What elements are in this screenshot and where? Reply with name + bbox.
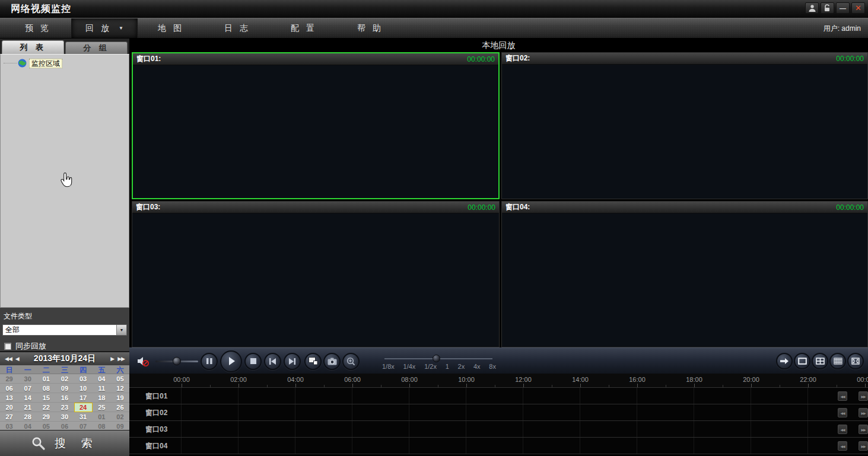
mute-button[interactable]: [137, 356, 151, 369]
video-window-4[interactable]: 窗口04:00:00:00: [501, 201, 868, 347]
clip-button[interactable]: [304, 353, 322, 370]
speed-label[interactable]: 1: [446, 363, 449, 370]
tree-item-monitor-area[interactable]: 监控区域: [4, 58, 62, 68]
step-forward-button[interactable]: [284, 353, 301, 370]
calendar-day[interactable]: 31: [74, 412, 93, 422]
calendar-day[interactable]: 29: [0, 374, 18, 384]
user-session-button[interactable]: [805, 2, 819, 14]
calendar-day[interactable]: 02: [55, 374, 74, 384]
digital-zoom-button[interactable]: [342, 353, 360, 370]
calendar-day[interactable]: 11: [93, 384, 111, 393]
multi-view-button[interactable]: [829, 353, 846, 369]
calendar-day[interactable]: 17: [74, 393, 93, 403]
calendar-day[interactable]: 21: [18, 403, 37, 412]
volume-slider-handle[interactable]: [173, 357, 181, 365]
calendar-day[interactable]: 07: [18, 384, 37, 393]
fullscreen-button[interactable]: [847, 353, 864, 369]
calendar-day[interactable]: 13: [0, 393, 18, 403]
sidebar-tab-group[interactable]: 分 组: [65, 42, 128, 54]
menu-item-playback[interactable]: 回 放▼: [71, 18, 138, 38]
arrow-right-icon: [780, 358, 789, 365]
sync-playback-option[interactable]: 同步回放: [2, 341, 127, 352]
speed-label[interactable]: 4x: [473, 363, 481, 370]
calendar-day[interactable]: 02: [111, 412, 129, 422]
single-view-button[interactable]: [794, 353, 810, 369]
calendar-day[interactable]: 29: [37, 412, 55, 422]
timeline-row-2[interactable]: 窗口02◀◀▶▶: [129, 404, 868, 421]
timeline-ruler[interactable]: 00:0002:0004:0006:0008:0010:0012:0014:00…: [129, 374, 868, 388]
menu-item-log[interactable]: 日 志: [204, 18, 271, 38]
forward-button[interactable]: ▶▶: [859, 391, 868, 401]
timeline-row-4[interactable]: 窗口04◀◀▶▶: [129, 438, 868, 454]
calendar-day[interactable]: 05: [111, 374, 129, 384]
lock-button[interactable]: [821, 2, 834, 14]
video-window-time: 00:00:00: [836, 203, 864, 212]
calendar-day[interactable]: 23: [55, 403, 74, 412]
speed-label[interactable]: 2x: [458, 363, 465, 370]
video-window-1[interactable]: 窗口01:00:00:00: [132, 52, 500, 199]
snapshot-button[interactable]: [323, 353, 341, 370]
calendar-day[interactable]: 28: [18, 412, 37, 422]
calendar-day[interactable]: 18: [93, 393, 111, 403]
speed-label[interactable]: 1/8x: [382, 363, 395, 370]
rewind-button[interactable]: ◀◀: [838, 441, 847, 451]
calendar-day[interactable]: 04: [93, 374, 111, 384]
video-window-3[interactable]: 窗口03:00:00:00: [132, 201, 500, 347]
calendar-day[interactable]: 30: [18, 374, 37, 384]
quad-view-button[interactable]: [812, 353, 828, 369]
stop-icon: [250, 358, 256, 364]
dropdown-arrow-button[interactable]: ▼: [116, 325, 126, 335]
calendar-prev-year-button[interactable]: ◀◀: [3, 356, 14, 362]
calendar-next-year-button[interactable]: ▶▶: [116, 356, 126, 362]
speed-label[interactable]: 1/4x: [403, 363, 416, 370]
calendar-day[interactable]: 26: [111, 403, 129, 412]
calendar-day[interactable]: 14: [18, 393, 37, 403]
calendar-day[interactable]: 15: [37, 393, 55, 403]
calendar-day[interactable]: 16: [55, 393, 74, 403]
speed-label[interactable]: 1/2x: [424, 363, 437, 370]
minimize-button[interactable]: —: [836, 2, 850, 14]
calendar-day[interactable]: 03: [74, 374, 93, 384]
search-button[interactable]: 搜 索: [0, 430, 129, 456]
rewind-button[interactable]: ◀◀: [838, 391, 847, 401]
calendar-day[interactable]: 01: [93, 412, 111, 422]
menu-item-preview[interactable]: 预 览: [5, 18, 71, 38]
calendar-day[interactable]: 10: [74, 384, 93, 393]
calendar-day[interactable]: 27: [0, 412, 18, 422]
forward-button[interactable]: ▶▶: [859, 408, 868, 417]
calendar-next-month-button[interactable]: ▶: [109, 356, 116, 362]
calendar-day[interactable]: 09: [55, 384, 74, 393]
menu-item-help[interactable]: 帮 助: [337, 18, 403, 38]
calendar-day[interactable]: 25: [93, 403, 111, 412]
skip-back-button[interactable]: [264, 353, 281, 370]
forward-button[interactable]: ▶▶: [859, 425, 868, 434]
calendar-day-selected[interactable]: 24: [74, 403, 93, 412]
file-type-dropdown[interactable]: 全部 ▼: [2, 324, 127, 336]
calendar-day[interactable]: 22: [37, 403, 55, 412]
speed-slider-handle[interactable]: [433, 355, 440, 362]
forward-button[interactable]: ▶▶: [859, 441, 868, 451]
calendar-day[interactable]: 12: [111, 384, 129, 393]
sidebar-tab-list[interactable]: 列 表: [2, 40, 64, 54]
timeline-row-1[interactable]: 窗口01◀◀▶▶: [129, 388, 868, 404]
calendar-day[interactable]: 20: [0, 403, 18, 412]
pause-button[interactable]: [201, 353, 218, 370]
next-window-button[interactable]: [776, 353, 793, 369]
calendar-day[interactable]: 30: [55, 412, 74, 422]
menu-item-config[interactable]: 配 置: [271, 18, 337, 38]
calendar-day[interactable]: 06: [0, 384, 18, 393]
sync-playback-checkbox[interactable]: [4, 343, 11, 350]
video-window-2[interactable]: 窗口02:00:00:00: [501, 52, 868, 199]
timeline-row-3[interactable]: 窗口03◀◀▶▶: [129, 421, 868, 438]
calendar-prev-month-button[interactable]: ◀: [14, 356, 21, 362]
menu-item-map[interactable]: 地 图: [138, 18, 204, 38]
stop-button[interactable]: [244, 353, 262, 370]
calendar-day[interactable]: 19: [111, 393, 129, 403]
calendar-day[interactable]: 01: [37, 374, 55, 384]
rewind-button[interactable]: ◀◀: [838, 425, 847, 434]
play-button[interactable]: [220, 350, 242, 372]
close-button[interactable]: ✕: [851, 2, 865, 14]
rewind-button[interactable]: ◀◀: [838, 408, 847, 417]
calendar-day[interactable]: 08: [37, 384, 55, 393]
speed-label[interactable]: 8x: [489, 363, 496, 370]
